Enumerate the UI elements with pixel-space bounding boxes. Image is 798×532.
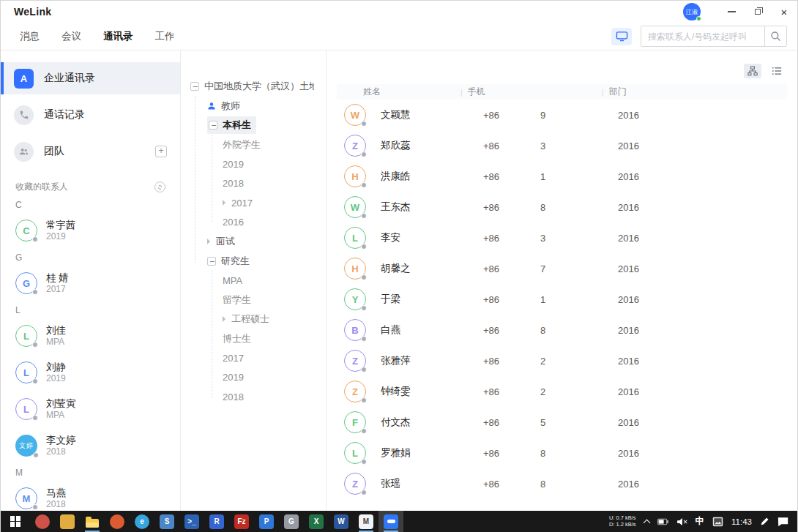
tree-node[interactable]: 中国地质大学（武汉）土地...: [181, 77, 326, 97]
search-button[interactable]: [764, 26, 786, 46]
taskbar-app-orange-orb[interactable]: [105, 511, 130, 532]
table-row[interactable]: L罗雅娟+8682016: [327, 438, 797, 468]
table-row[interactable]: Z张雅萍+8622016: [327, 345, 797, 376]
tree-node[interactable]: 留学生: [181, 291, 326, 310]
clock[interactable]: 11:43: [731, 517, 752, 526]
taskbar-file-explorer[interactable]: [80, 511, 105, 532]
tree-node[interactable]: 研究生: [181, 252, 326, 271]
taskbar-app-red-orb[interactable]: [30, 511, 55, 532]
ime-indicator[interactable]: 中: [696, 515, 705, 528]
tab-messages[interactable]: 消息: [20, 30, 40, 43]
taskbar-filezilla[interactable]: Fz: [229, 511, 254, 532]
favorite-contact[interactable]: M马燕2018: [1, 480, 180, 511]
table-row[interactable]: H洪康皓+8612016: [327, 161, 797, 192]
nav-tabs: 消息会议通讯录工作: [20, 30, 175, 43]
table-row[interactable]: F付文杰+8652016: [327, 407, 797, 438]
taskbar-start[interactable]: [1, 511, 30, 532]
table-row[interactable]: Z钟绮雯+8622016: [327, 376, 797, 407]
tree-node[interactable]: 2017: [181, 348, 326, 368]
tree-node[interactable]: 博士生: [181, 329, 326, 349]
taskbar-powershell[interactable]: >_: [179, 511, 204, 532]
tree-node[interactable]: 面试: [181, 232, 326, 252]
table-row[interactable]: H胡馨之+8672016: [327, 253, 797, 284]
expand-icon[interactable]: [223, 316, 225, 322]
avatar-text: L: [23, 367, 29, 378]
taskbar-excel[interactable]: X: [304, 511, 329, 532]
tray-app-icon[interactable]: [712, 517, 723, 527]
member-dept: 2016: [614, 110, 797, 121]
tree-node[interactable]: 2018: [181, 174, 326, 194]
sidebar-item-teams[interactable]: 团队 +: [1, 135, 180, 168]
tree-node[interactable]: 工程硕士: [181, 310, 326, 329]
sidebar-item-call-history[interactable]: 通话记录: [1, 99, 180, 131]
taskbar-word[interactable]: W: [329, 511, 354, 532]
table-row[interactable]: Z张瑶+8682016: [327, 468, 797, 499]
sync-contacts-icon[interactable]: [154, 181, 165, 192]
list-view-toggle[interactable]: [768, 64, 786, 78]
org-view-toggle[interactable]: [744, 64, 761, 78]
tree-node-label: 本科生: [223, 119, 251, 132]
close-button[interactable]: ×: [771, 1, 797, 23]
collapse-icon[interactable]: [209, 121, 217, 130]
tree-node[interactable]: 2019: [181, 154, 326, 174]
tree-node[interactable]: 2019: [181, 368, 326, 388]
table-row[interactable]: B白燕+8682016: [327, 315, 797, 345]
pen-icon[interactable]: [760, 517, 769, 526]
taskbar-photos-app[interactable]: P: [254, 511, 279, 532]
battery-icon[interactable]: [657, 518, 668, 525]
expand-icon[interactable]: [207, 239, 210, 244]
member-dept: 2016: [614, 356, 797, 367]
taskbar-search-app[interactable]: S: [154, 511, 179, 532]
taskbar-gray-app[interactable]: G: [279, 511, 304, 532]
add-team-button[interactable]: +: [155, 146, 167, 157]
favorite-contact[interactable]: C常宇茜2019: [1, 212, 180, 249]
tab-contacts[interactable]: 通讯录: [103, 30, 133, 43]
tree-node[interactable]: 2018: [181, 387, 326, 407]
user-avatar[interactable]: 江淑: [683, 3, 701, 20]
taskbar-remote-app[interactable]: R: [204, 511, 229, 532]
tree-node-inner: 2017: [223, 351, 249, 366]
tree-node[interactable]: 教师: [181, 97, 326, 116]
table-row[interactable]: W文颖慧+8692016: [327, 100, 797, 130]
tree-node[interactable]: 2016: [181, 213, 326, 233]
collapse-icon[interactable]: [207, 257, 216, 266]
avatar-text: L: [23, 404, 29, 415]
table-row[interactable]: Y于梁+8612016: [327, 284, 797, 315]
taskbar-edge-browser[interactable]: e: [130, 511, 154, 532]
tree-node[interactable]: 外院学生: [181, 135, 326, 155]
restore-button[interactable]: [745, 1, 771, 23]
action-center-icon[interactable]: [778, 517, 788, 527]
tree-node[interactable]: 2017: [181, 193, 326, 213]
tab-meetings[interactable]: 会议: [61, 30, 81, 43]
screen-share-button[interactable]: [611, 28, 632, 45]
taskbar-app-gold-tool[interactable]: [55, 511, 80, 532]
table-row[interactable]: W王东杰+8682016: [327, 192, 797, 222]
presence-dot: [33, 452, 39, 458]
collapse-icon[interactable]: [190, 82, 199, 91]
team-icon: [14, 142, 34, 162]
expand-icon[interactable]: [223, 200, 225, 206]
taskbar-welink[interactable]: [379, 511, 403, 532]
favorite-contact[interactable]: L刘静2019: [1, 354, 180, 391]
table-row[interactable]: L李安+8632016: [327, 222, 797, 253]
search-input[interactable]: [641, 26, 764, 46]
favorite-contact[interactable]: L刘莹寅MPA: [1, 391, 180, 427]
tab-work[interactable]: 工作: [155, 30, 175, 43]
tree-node[interactable]: MPA: [181, 271, 326, 291]
minimize-button[interactable]: [718, 1, 745, 23]
table-row[interactable]: Z郑欣蕊+8632016: [327, 130, 797, 161]
volume-muted-icon[interactable]: [676, 517, 687, 526]
favorite-contact[interactable]: G桂 婧2017: [1, 265, 180, 301]
favorite-contact[interactable]: L刘佳MPA: [1, 318, 180, 354]
member-dept: 2016: [614, 386, 797, 397]
favorite-contact[interactable]: 文婷李文婷2018: [1, 427, 180, 464]
contacts-sidebar: A 企业通讯录 通话记录 团队 + 收藏的联系人: [1, 50, 181, 511]
sidebar-item-enterprise-directory[interactable]: A 企业通讯录: [1, 62, 180, 94]
phone-prefix: +86: [476, 110, 540, 121]
taskbar-typora[interactable]: M: [354, 511, 379, 532]
tree-node[interactable]: 本科生: [181, 116, 326, 135]
tree-node-inner: 2016: [223, 214, 249, 230]
presence-dot: [361, 213, 367, 219]
avatar-text: F: [352, 417, 358, 428]
hidden-icons-chevron[interactable]: [643, 520, 650, 527]
